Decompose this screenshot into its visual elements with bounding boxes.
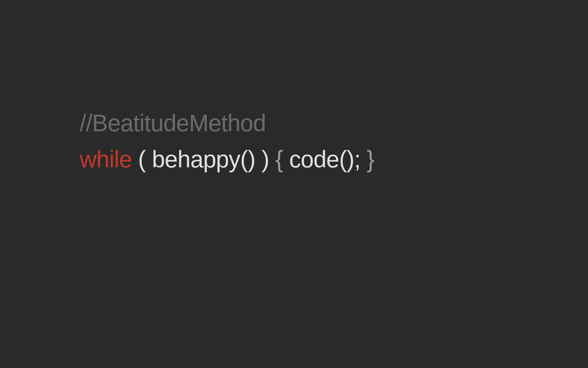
body-call: code(); bbox=[289, 146, 360, 172]
open-paren: ( bbox=[132, 146, 152, 172]
close-paren: ) bbox=[255, 146, 275, 172]
code-wallpaper-block: //BeatitudeMethod while ( behappy() ) { … bbox=[0, 108, 374, 174]
condition-call: behappy() bbox=[152, 146, 255, 172]
open-brace: { bbox=[275, 146, 289, 172]
comment-line: //BeatitudeMethod bbox=[80, 108, 374, 138]
code-line: while ( behappy() ) { code(); } bbox=[80, 144, 374, 174]
keyword-while: while bbox=[80, 146, 132, 172]
close-brace: } bbox=[360, 146, 374, 172]
